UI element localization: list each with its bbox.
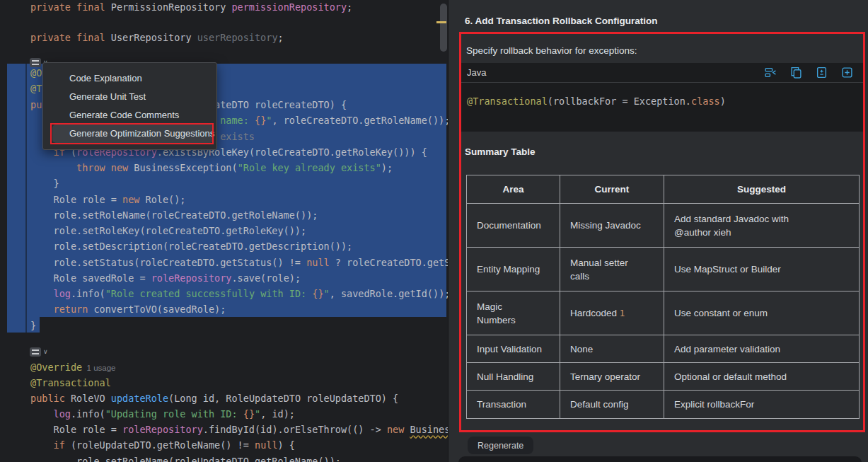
table-cell: Missing Javadoc bbox=[560, 204, 664, 248]
summary-table-title: Summary Table bbox=[465, 146, 536, 157]
code-line[interactable]: } bbox=[30, 318, 36, 333]
table-cell: Entity Mapping bbox=[467, 248, 560, 291]
code-block-header: Java bbox=[461, 63, 863, 83]
gutter-separator bbox=[25, 64, 27, 333]
code-line[interactable]: public RoleVO updateRole(Long id, RoleUp… bbox=[30, 391, 398, 405]
table-header: Current bbox=[560, 175, 664, 204]
table-cell: Default config bbox=[560, 391, 664, 419]
table-cell: None bbox=[560, 335, 664, 363]
regenerate-button[interactable]: Regenerate bbox=[468, 437, 533, 454]
ai-assistant-panel: 6. Add Transaction Rollback Configuratio… bbox=[448, 0, 868, 462]
section-description: Specify rollback behavior for exceptions… bbox=[466, 45, 637, 56]
code-line[interactable]: } bbox=[30, 176, 59, 190]
diff-file-icon[interactable] bbox=[816, 67, 828, 79]
table-cell: Documentation bbox=[467, 204, 560, 248]
code-line[interactable]: log.info("Role created successfully with… bbox=[30, 287, 448, 301]
table-row: TransactionDefault configExplicit rollba… bbox=[467, 391, 860, 419]
code-line[interactable]: @Transactional bbox=[30, 376, 111, 390]
table-row: Entity MappingManual setter callsUse Map… bbox=[467, 248, 860, 291]
menu-item-code-explanation[interactable]: Code Explanation bbox=[43, 69, 216, 88]
code-line[interactable]: throw new BusinessException("Role key al… bbox=[30, 161, 393, 175]
code-line[interactable]: if (roleUpdateDTO.getRoleName() != null)… bbox=[30, 438, 295, 452]
summary-table: AreaCurrentSuggested DocumentationMissin… bbox=[466, 175, 860, 419]
lingma-badge-icon[interactable] bbox=[30, 347, 41, 357]
code-line[interactable]: log.info("Updating role with ID: {}", id… bbox=[30, 407, 295, 421]
table-cell: Use constant or enum bbox=[664, 291, 860, 335]
table-cell: Add parameter validation bbox=[664, 335, 860, 363]
menu-item-generate-unit-test[interactable]: Generate Unit Test bbox=[43, 88, 216, 106]
chevron-down-icon[interactable]: ∨ bbox=[43, 347, 48, 357]
insert-to-editor-icon[interactable] bbox=[765, 67, 777, 79]
code-editor[interactable]: private final PermissionRepository permi… bbox=[0, 0, 448, 462]
inline-code: 1 bbox=[620, 308, 625, 318]
table-cell: Transaction bbox=[467, 391, 560, 419]
table-cell: Magic Numbers bbox=[467, 291, 560, 335]
editor-scrollbar-thumb[interactable] bbox=[440, 4, 447, 52]
chat-input-bar[interactable] bbox=[458, 456, 862, 462]
code-line[interactable]: private final PermissionRepository permi… bbox=[30, 0, 352, 14]
table-cell: Ternary operator bbox=[560, 363, 664, 391]
table-cell: Manual setter calls bbox=[560, 248, 664, 291]
code-snippet-block: Java bbox=[461, 63, 863, 132]
ai-context-menu: Code ExplanationGenerate Unit TestGenera… bbox=[42, 62, 217, 150]
table-cell: Hardcoded 1 bbox=[560, 291, 664, 335]
menu-item-generate-code-comments[interactable]: Generate Code Comments bbox=[43, 106, 216, 125]
section-title: 6. Add Transaction Rollback Configuratio… bbox=[465, 16, 658, 26]
table-row: Magic NumbersHardcoded 1Use constant or … bbox=[467, 291, 860, 335]
code-line[interactable]: role.setRoleKey(roleCreateDTO.getRoleKey… bbox=[30, 224, 306, 238]
table-row: DocumentationMissing JavadocAdd standard… bbox=[467, 204, 860, 248]
table-cell: Input Validation bbox=[467, 335, 560, 363]
new-file-icon[interactable] bbox=[841, 67, 853, 79]
code-line[interactable]: role.setRoleName(roleUpdateDTO.getRoleNa… bbox=[30, 454, 341, 462]
code-line[interactable]: @Transactional(rollbackFor = Exception.c… bbox=[461, 83, 863, 108]
code-line[interactable]: return convertToVO(savedRole); bbox=[30, 302, 226, 316]
table-header: Suggested bbox=[664, 175, 860, 204]
code-line[interactable]: Role role = new Role(); bbox=[30, 192, 185, 207]
table-cell: Use MapStruct or Builder bbox=[664, 248, 860, 291]
table-cell: Add standard Javadoc with @author xieh bbox=[664, 204, 860, 248]
table-cell: Explicit rollbackFor bbox=[664, 391, 860, 419]
table-cell: Optional or default method bbox=[664, 363, 860, 391]
code-line[interactable]: role.setRoleName(roleCreateDTO.getRoleNa… bbox=[30, 208, 318, 222]
code-language-label: Java bbox=[467, 67, 765, 78]
table-row: Input ValidationNoneAdd parameter valida… bbox=[467, 335, 860, 363]
code-line[interactable]: private final UserRepository userReposit… bbox=[30, 30, 284, 45]
code-line[interactable]: role.setStatus(roleCreateDTO.getStatus()… bbox=[30, 255, 448, 270]
table-row: Null HandlingTernary operatorOptional or… bbox=[467, 363, 860, 391]
copy-icon[interactable] bbox=[790, 67, 802, 79]
code-line[interactable]: Role role = roleRepository.findById(id).… bbox=[30, 422, 448, 437]
lingma-badge-icon[interactable] bbox=[30, 58, 41, 67]
table-cell: Null Handling bbox=[467, 363, 560, 391]
code-line[interactable]: @Override 1 usage bbox=[30, 360, 115, 374]
code-line[interactable]: Role savedRole = roleRepository.save(rol… bbox=[30, 271, 301, 285]
menu-item-generate-optimization-suggestions[interactable]: Generate Optimization Suggestions bbox=[52, 125, 214, 143]
code-line[interactable]: role.setDescription(roleCreateDTO.getDes… bbox=[30, 239, 352, 253]
scrollbar-change-marker bbox=[436, 21, 446, 23]
table-header: Area bbox=[467, 175, 560, 204]
